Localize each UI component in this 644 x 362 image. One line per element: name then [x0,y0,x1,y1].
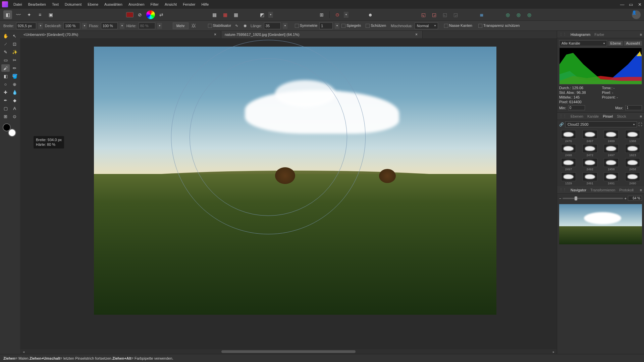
arrange-forward-icon[interactable]: ◱ [440,10,449,19]
ruler-icon[interactable]: ⊞ [317,10,326,19]
menu-auswaehlen[interactable]: Auswählen [102,1,125,7]
view-tool-icon[interactable]: ⟋ [1,40,10,48]
blend-mode-select[interactable]: Normal▾ [415,22,438,29]
photo-persona-icon[interactable]: ◧ [3,10,12,19]
arrange-front-icon[interactable]: ◱ [419,10,428,19]
min-input[interactable] [568,105,585,110]
brush-set-select[interactable]: Cloud2 2500▾ [565,121,637,127]
swap-colors-icon[interactable]: ⇄ [157,10,166,19]
selection-intersect-icon[interactable]: ▦ [231,10,240,19]
healing-tool-icon[interactable]: ✚ [1,88,10,96]
tab-navigator[interactable]: Navigator [571,188,586,192]
symmetry-input[interactable] [319,22,333,29]
scrollbar-thumb[interactable] [221,350,356,353]
tab-stock[interactable]: Stock [617,114,626,118]
shape-tool-icon[interactable]: ▢ [1,105,10,112]
length-dropdown-icon[interactable]: ▾ [283,23,287,29]
more-button[interactable]: Mehr [173,22,189,29]
canvas-viewport[interactable]: Breite: 934.0 px Härte: 80 % [20,38,557,349]
menu-fenster[interactable]: Fenster [180,1,198,7]
brush-item[interactable]: 2458 [601,158,622,171]
zoom-tool-icon[interactable]: ⊙ [10,113,19,120]
max-input[interactable] [625,105,642,110]
length-input[interactable] [264,22,281,29]
erase-tool-icon[interactable]: ◧ [1,72,10,80]
menu-datei[interactable]: Datei [11,1,25,7]
selection-brush-icon[interactable]: ✎ [1,48,10,56]
brush-item[interactable]: 2492 [580,158,600,171]
horizontal-scrollbar[interactable]: ◂ ▸ [20,349,557,354]
mirror-check[interactable]: Spiegeln [341,23,361,28]
opacity-input[interactable] [63,22,80,29]
width-input[interactable] [16,22,36,29]
develop-persona-icon[interactable]: ✦ [25,10,34,19]
menu-ansicht[interactable]: Ansicht [162,1,179,7]
menu-bearbeiten[interactable]: Bearbeiten [25,1,49,7]
zoom-slider[interactable] [562,198,623,199]
panel-menu-icon[interactable]: ≡ [640,114,642,118]
tab-close-icon[interactable]: × [213,32,218,37]
account-icon[interactable]: 👤 [632,10,641,19]
tab-ebenen[interactable]: Ebenen [571,114,583,118]
hardness-input[interactable] [139,22,155,29]
brush-item[interactable]: 2491 [601,172,622,185]
mesh-tool-icon[interactable]: ⊞ [1,113,10,120]
pressure-icon[interactable]: 〷 [191,22,197,29]
menu-dokument[interactable]: Dokument [62,1,84,7]
maximize-icon[interactable]: ▭ [629,2,633,7]
brush-item[interactable]: 1329 [558,172,579,185]
flood-select-icon[interactable]: ✨ [10,48,19,56]
brush-item[interactable]: 2497 [558,158,579,171]
ungroup-icon[interactable]: ◎ [514,10,523,19]
tab-transformieren[interactable]: Transformieren [590,188,615,192]
export-persona-icon[interactable]: ▣ [46,10,55,19]
tab-kanaele[interactable]: Kanäle [587,114,599,118]
fill-tool-icon[interactable]: 🪣 [10,72,19,80]
symmetry-check[interactable]: Symmetrie [295,23,318,28]
menu-ebene[interactable]: Ebene [85,1,101,7]
hardness-dropdown-icon[interactable]: ▾ [157,23,162,29]
arrange-backward-icon[interactable]: ◲ [451,10,460,19]
menu-text[interactable]: Text [49,1,61,7]
protect-check[interactable]: Schützen [366,23,386,28]
scroll-right-icon[interactable]: ▸ [551,350,555,354]
text-tool-icon[interactable]: A [10,105,19,112]
flow-dropdown-icon[interactable]: ▾ [120,23,124,29]
lock-icon[interactable]: ◎ [525,10,534,19]
group-icon[interactable]: ◎ [503,10,512,19]
menu-anordnen[interactable]: Anordnen [126,1,147,7]
zoom-value[interactable]: 64 % [628,196,642,201]
pen-tool-icon[interactable]: ✒ [1,97,10,104]
tonemap-persona-icon[interactable]: ≡ [36,10,44,19]
drag-handle-icon[interactable]: ⋮⋮ [559,114,567,118]
minimize-icon[interactable]: — [620,2,625,7]
menu-filter[interactable]: Filter [148,1,161,7]
marquee-tool-icon[interactable]: ▭ [1,56,10,64]
tab-protokoll[interactable]: Protokoll [619,188,634,192]
document-tab-1[interactable]: <Unbenannt> [Geändert] (70.8%)× [20,31,221,38]
align-icon[interactable]: ≣ [477,10,486,19]
opacity-dropdown-icon[interactable]: ▾ [82,23,87,29]
quickmask-icon[interactable]: ◩ [258,10,266,19]
hand-tool-icon[interactable]: ✋ [1,32,10,40]
channel-select[interactable]: Alle Kanäle▾ [559,40,607,46]
brush-item[interactable]: 2458 [623,158,643,171]
tab-histogramm[interactable]: Histogramm [571,33,590,37]
tab-farbe[interactable]: Farbe [594,33,604,37]
menu-hilfe[interactable]: Hilfe [199,1,211,7]
blur-tool-icon[interactable]: 💧 [10,88,19,96]
brush-item[interactable]: 2476 [558,130,579,143]
brush-item[interactable]: 2472 [580,144,600,157]
move-tool-icon[interactable]: ↖ [10,32,19,40]
quickmask-dropdown-icon[interactable]: ▾ [268,12,273,18]
snap-icon[interactable]: ⊙ [333,10,342,19]
node-tool-icon[interactable]: ◆ [10,97,19,104]
brush-item[interactable]: 2489 [601,130,622,143]
color-swatches[interactable] [3,123,16,137]
selection-subtract-icon[interactable]: ▦ [221,10,229,19]
zoom-in-icon[interactable]: + [625,196,627,200]
no-fill-icon[interactable]: ⊘ [136,10,144,19]
brush-item[interactable]: 2491 [580,172,600,185]
clone-tool-icon[interactable]: ⊕ [10,80,19,88]
symmetry-dropdown-icon[interactable]: ▾ [335,23,339,29]
